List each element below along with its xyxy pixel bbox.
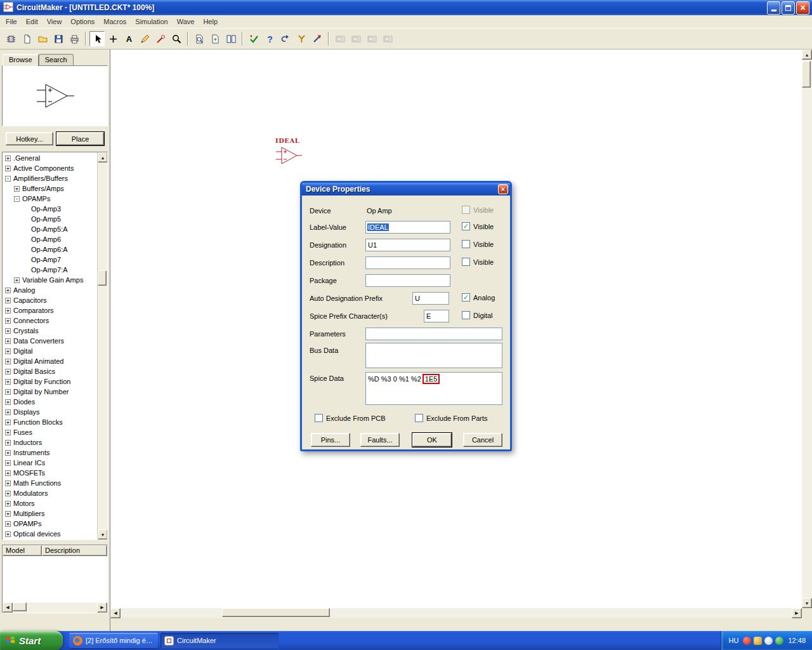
expand-icon[interactable]: + bbox=[5, 318, 11, 324]
tree-item[interactable]: +Instruments bbox=[3, 448, 97, 458]
package-input[interactable] bbox=[365, 274, 450, 287]
dialog-close-button[interactable]: × bbox=[498, 184, 508, 194]
expand-icon[interactable]: + bbox=[5, 430, 11, 435]
menu-item-help[interactable]: Help bbox=[199, 16, 222, 27]
bus-data-input[interactable] bbox=[365, 343, 502, 368]
tree-item[interactable]: +Math Functions bbox=[3, 478, 97, 488]
description-input[interactable] bbox=[365, 256, 450, 269]
tree-item[interactable]: Op-Amp5:A bbox=[3, 224, 97, 234]
place-button[interactable]: Place bbox=[56, 132, 104, 145]
tree-item[interactable]: +MOSFETs bbox=[3, 468, 97, 478]
rule-check-button[interactable] bbox=[246, 31, 261, 46]
taskbar-task-1[interactable]: [2] Erősítő mindig és ... bbox=[69, 633, 158, 648]
expand-icon[interactable]: + bbox=[5, 389, 11, 395]
tree-item[interactable]: +Digital bbox=[3, 346, 97, 356]
scrollbar-thumb[interactable] bbox=[222, 608, 330, 617]
tab-search[interactable]: Search bbox=[39, 54, 74, 65]
collapse-icon[interactable]: - bbox=[5, 176, 11, 182]
tree-item[interactable]: +Capacitors bbox=[3, 295, 97, 305]
expand-icon[interactable]: + bbox=[14, 277, 20, 283]
run-simulation-button[interactable] bbox=[310, 31, 325, 46]
volume-icon[interactable] bbox=[764, 637, 773, 645]
edit-tool-button[interactable] bbox=[137, 31, 152, 46]
tree-item[interactable]: +Digital by Number bbox=[3, 387, 97, 397]
exclude-from-parts-checkbox[interactable]: Exclude From Parts bbox=[415, 414, 488, 422]
placed-opamp-component[interactable]: IDEAL bbox=[274, 137, 304, 169]
auto-designation-prefix-input[interactable] bbox=[412, 292, 449, 305]
scroll-left-button[interactable]: ◀ bbox=[110, 608, 121, 618]
tree-item[interactable]: Op-Amp5 bbox=[3, 214, 97, 224]
close-button[interactable]: × bbox=[796, 1, 809, 15]
scope-probe-button[interactable] bbox=[294, 31, 309, 46]
description-column-header[interactable]: Description bbox=[42, 545, 107, 556]
expand-icon[interactable]: + bbox=[5, 369, 11, 375]
tree-item[interactable]: +Multipliers bbox=[3, 508, 97, 519]
designation-input[interactable] bbox=[365, 239, 450, 251]
expand-icon[interactable]: + bbox=[5, 308, 11, 314]
tree-scrollbar[interactable]: ▲ ▼ bbox=[97, 152, 107, 540]
expand-icon[interactable]: + bbox=[5, 288, 11, 293]
tree-item[interactable]: +Digital Basics bbox=[3, 366, 97, 376]
tree-item[interactable]: +Inductors bbox=[3, 437, 97, 448]
menu-item-edit[interactable]: Edit bbox=[22, 16, 43, 27]
expand-icon[interactable]: + bbox=[5, 470, 11, 476]
update-icon[interactable] bbox=[754, 637, 762, 645]
exclude-from-pcb-checkbox[interactable]: Exclude From PCB bbox=[315, 414, 386, 422]
tree-item[interactable]: +Diodes bbox=[3, 397, 97, 407]
spice-prefix-input[interactable] bbox=[424, 310, 449, 322]
tree-item[interactable]: Op-Amp6 bbox=[3, 234, 97, 244]
expand-icon[interactable]: + bbox=[5, 359, 11, 364]
model-scrollbar[interactable]: ◀ ▶ bbox=[3, 602, 107, 613]
expand-icon[interactable]: + bbox=[5, 166, 11, 171]
expand-icon[interactable]: + bbox=[5, 481, 11, 486]
scroll-down-button[interactable]: ▼ bbox=[802, 598, 812, 608]
scroll-left-button[interactable]: ◀ bbox=[3, 602, 13, 613]
tree-item[interactable]: Op-Amp7:A bbox=[3, 265, 97, 275]
expand-icon[interactable]: + bbox=[5, 501, 11, 507]
tree-item[interactable]: +.General bbox=[3, 153, 97, 163]
cancel-button[interactable]: Cancel bbox=[463, 433, 502, 447]
expand-icon[interactable]: + bbox=[5, 521, 11, 527]
scrollbar-track[interactable] bbox=[98, 162, 107, 529]
analog-checkbox[interactable]: ✓ Analog bbox=[462, 293, 495, 302]
dialog-title-bar[interactable]: Device Properties × bbox=[302, 183, 510, 196]
description-visible-checkbox[interactable]: Visible bbox=[462, 258, 494, 266]
text-tool-button[interactable]: A bbox=[121, 31, 136, 46]
network-status-icon[interactable] bbox=[775, 637, 783, 645]
scrollbar-thumb[interactable] bbox=[802, 61, 811, 88]
tree-item[interactable]: -OPAMPs bbox=[3, 194, 97, 204]
tree-item[interactable]: +Motors bbox=[3, 498, 97, 508]
menu-item-view[interactable]: View bbox=[43, 16, 67, 27]
tree-item[interactable]: +Digital Animated bbox=[3, 356, 97, 366]
canvas-vertical-scrollbar[interactable]: ▲ ▼ bbox=[802, 50, 812, 608]
label-value-visible-checkbox[interactable]: ✓ Visible bbox=[462, 222, 494, 230]
tree-item[interactable]: -Amplifiers/Buffers bbox=[3, 173, 97, 183]
language-indicator[interactable]: HU bbox=[729, 637, 739, 644]
split-view-button[interactable] bbox=[223, 31, 239, 46]
expand-icon[interactable]: + bbox=[5, 409, 11, 415]
expand-icon[interactable]: + bbox=[5, 399, 11, 405]
spice-data-input[interactable]: %D %3 0 %1 %21E5 bbox=[365, 372, 502, 405]
tree-item[interactable]: +Fuses bbox=[3, 427, 97, 437]
menu-item-options[interactable]: Options bbox=[66, 16, 99, 27]
tree-item[interactable]: +Displays bbox=[3, 407, 97, 417]
probe-tool-button[interactable] bbox=[153, 31, 168, 46]
print-button[interactable] bbox=[67, 31, 82, 46]
expand-icon[interactable]: + bbox=[5, 450, 11, 456]
pins-button[interactable]: Pins... bbox=[311, 433, 350, 447]
refresh-screen-button[interactable] bbox=[207, 31, 223, 46]
wire-tool-button[interactable] bbox=[105, 31, 121, 46]
expand-icon[interactable]: + bbox=[5, 338, 11, 344]
tree-item[interactable]: +Buffers/Amps bbox=[3, 183, 97, 194]
expand-icon[interactable]: + bbox=[5, 511, 11, 517]
expand-icon[interactable]: + bbox=[5, 460, 11, 466]
scrollbar-track[interactable] bbox=[13, 602, 97, 613]
designation-visible-checkbox[interactable]: Visible bbox=[462, 240, 494, 248]
parameters-input[interactable] bbox=[365, 328, 502, 340]
open-file-button[interactable] bbox=[35, 31, 50, 46]
minimize-button[interactable] bbox=[767, 1, 780, 15]
faults-button[interactable]: Faults... bbox=[360, 433, 400, 447]
expand-icon[interactable]: + bbox=[5, 156, 11, 161]
scrollbar-thumb[interactable] bbox=[98, 270, 107, 286]
expand-icon[interactable]: + bbox=[5, 298, 11, 303]
